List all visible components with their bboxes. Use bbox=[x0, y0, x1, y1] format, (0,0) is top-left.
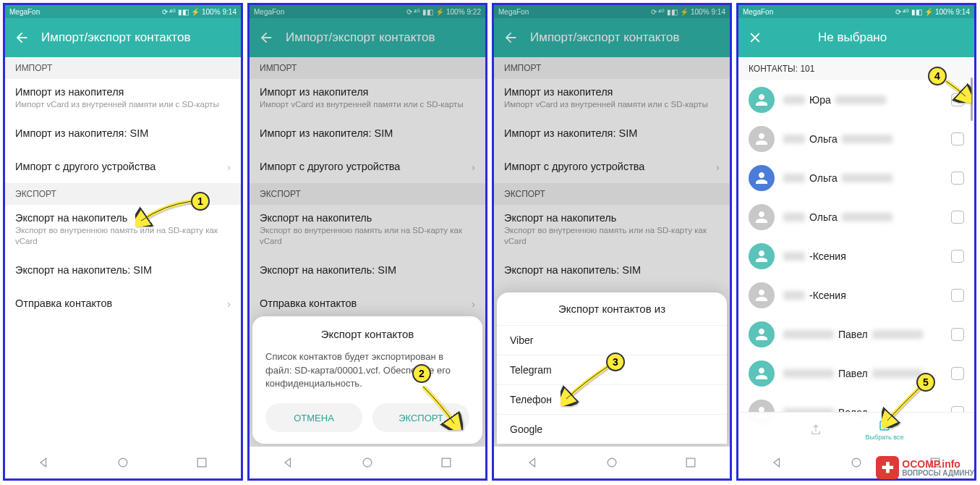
screen-3: MegaFon ⟳ ⁴ᴳ ▮◧ ⚡ 100% 9:14 Импорт/экспо… bbox=[492, 3, 732, 481]
nav-recent-icon[interactable] bbox=[439, 455, 453, 470]
avatar bbox=[749, 243, 775, 269]
contact-row[interactable]: Юра bbox=[738, 80, 974, 119]
status-bar: MegaFon ⟳ ⁴ᴳ ▮◧ ⚡ 100% 9:14 bbox=[5, 5, 241, 18]
export-button[interactable]: ЭКСПОРТ bbox=[372, 403, 469, 432]
svg-rect-5 bbox=[686, 458, 695, 467]
select-all-button[interactable]: Выбрать все bbox=[866, 419, 904, 441]
sheet-option-viber[interactable]: Viber bbox=[497, 325, 727, 355]
export-dialog: Экспорт контактов Список контактов будет… bbox=[252, 316, 482, 444]
checkbox[interactable] bbox=[951, 93, 964, 106]
svg-point-7 bbox=[852, 458, 861, 467]
item-import-device[interactable]: Импорт с другого устройства› bbox=[5, 150, 241, 183]
sheet-title: Экспорт контактов из bbox=[497, 292, 727, 325]
back-icon[interactable] bbox=[14, 30, 30, 46]
svg-point-2 bbox=[363, 458, 372, 467]
app-bar: Не выбрано bbox=[738, 18, 974, 57]
contact-row[interactable]: -Ксения bbox=[738, 276, 974, 315]
contact-row[interactable]: Павел bbox=[738, 354, 974, 393]
svg-rect-3 bbox=[442, 458, 451, 467]
nav-back-icon[interactable] bbox=[770, 455, 785, 470]
checkbox[interactable] bbox=[951, 367, 964, 380]
chevron-right-icon: › bbox=[227, 298, 231, 310]
svg-rect-1 bbox=[197, 458, 206, 467]
close-icon[interactable] bbox=[747, 30, 763, 46]
annotation-badge-4: 4 bbox=[928, 67, 947, 85]
share-icon[interactable] bbox=[809, 423, 822, 436]
nav-bar bbox=[494, 447, 730, 478]
annotation-badge-3: 3 bbox=[606, 353, 625, 371]
nav-recent-icon[interactable] bbox=[195, 455, 209, 470]
nav-back-icon[interactable] bbox=[37, 455, 51, 470]
checkbox[interactable] bbox=[951, 250, 964, 263]
checkbox[interactable] bbox=[951, 172, 964, 185]
item-send-contacts[interactable]: Отправка контактов› bbox=[5, 287, 241, 320]
annotation-badge-2: 2 bbox=[412, 364, 431, 383]
cancel-button[interactable]: ОТМЕНА bbox=[265, 403, 362, 432]
watermark-text: OCOMP.info bbox=[902, 459, 974, 469]
contact-row[interactable]: Ольга bbox=[738, 119, 974, 159]
avatar bbox=[749, 360, 775, 387]
avatar bbox=[749, 126, 775, 152]
section-import: ИМПОРТ bbox=[5, 57, 241, 79]
status-icons: ⟳ ⁴ᴳ ▮◧ ⚡ 100% 9:14 bbox=[162, 8, 237, 16]
sheet-option-google[interactable]: Google bbox=[497, 414, 727, 444]
screen-1: MegaFon ⟳ ⁴ᴳ ▮◧ ⚡ 100% 9:14 Импорт/экспо… bbox=[3, 3, 243, 481]
checkbox[interactable] bbox=[951, 211, 964, 224]
contact-row[interactable]: Павел bbox=[738, 315, 974, 354]
contact-row[interactable]: Ольга bbox=[738, 159, 974, 198]
sheet-option-phone[interactable]: Телефон bbox=[497, 384, 727, 414]
contact-row[interactable]: Ольга bbox=[738, 198, 974, 237]
carrier-label: MegaFon bbox=[9, 8, 40, 16]
nav-recent-icon[interactable] bbox=[683, 455, 698, 470]
contact-row[interactable]: -Ксения bbox=[738, 237, 974, 276]
watermark-subtext: ВОПРОСЫ АДМИНУ bbox=[902, 469, 974, 477]
nav-back-icon[interactable] bbox=[526, 455, 540, 470]
watermark: ✚ OCOMP.info ВОПРОСЫ АДМИНУ bbox=[876, 456, 974, 479]
avatar bbox=[749, 87, 775, 113]
nav-home-icon[interactable] bbox=[116, 455, 130, 470]
item-import-sim[interactable]: Импорт из накопителя: SIM bbox=[5, 117, 241, 150]
svg-point-4 bbox=[608, 458, 616, 467]
svg-rect-6 bbox=[880, 421, 889, 430]
item-import-storage[interactable]: Импорт из накопителя Импорт vCard из вну… bbox=[5, 79, 241, 117]
nav-bar bbox=[5, 447, 241, 478]
annotation-badge-1: 1 bbox=[191, 192, 210, 211]
avatar bbox=[749, 282, 775, 308]
avatar bbox=[749, 204, 775, 230]
checkbox[interactable] bbox=[951, 132, 964, 146]
avatar bbox=[749, 165, 775, 191]
app-bar: Импорт/экспорт контактов bbox=[5, 18, 241, 57]
page-title: Импорт/экспорт контактов bbox=[41, 30, 190, 45]
nav-home-icon[interactable] bbox=[605, 455, 619, 470]
annotation-badge-5: 5 bbox=[916, 373, 935, 392]
item-export-storage[interactable]: Экспорт на накопитель Экспорт во внутрен… bbox=[5, 205, 241, 253]
dialog-text: Список контактов будет экспортирован в ф… bbox=[265, 350, 469, 390]
watermark-icon: ✚ bbox=[876, 456, 899, 479]
nav-back-icon[interactable] bbox=[281, 455, 296, 470]
dialog-title: Экспорт контактов bbox=[265, 328, 469, 340]
nav-bar bbox=[250, 447, 485, 478]
screen-4: MegaFon ⟳ ⁴ᴳ ▮◧ ⚡ 100% 9:14 Не выбрано К… bbox=[736, 3, 976, 481]
page-title: Не выбрано bbox=[818, 30, 887, 45]
item-export-sim[interactable]: Экспорт на накопитель: SIM bbox=[5, 253, 241, 287]
screen-2: MegaFon ⟳ ⁴ᴳ ▮◧ ⚡ 100% 9:22 Импорт/экспо… bbox=[247, 3, 487, 481]
chevron-right-icon: › bbox=[227, 161, 231, 173]
nav-home-icon[interactable] bbox=[849, 455, 864, 470]
svg-point-0 bbox=[119, 458, 127, 467]
avatar bbox=[749, 321, 775, 347]
checkbox[interactable] bbox=[951, 289, 964, 302]
nav-home-icon[interactable] bbox=[360, 455, 375, 470]
checkbox[interactable] bbox=[951, 328, 964, 341]
bottom-action-bar: Выбрать все bbox=[738, 412, 974, 447]
status-bar: MegaFon ⟳ ⁴ᴳ ▮◧ ⚡ 100% 9:14 bbox=[738, 5, 974, 18]
